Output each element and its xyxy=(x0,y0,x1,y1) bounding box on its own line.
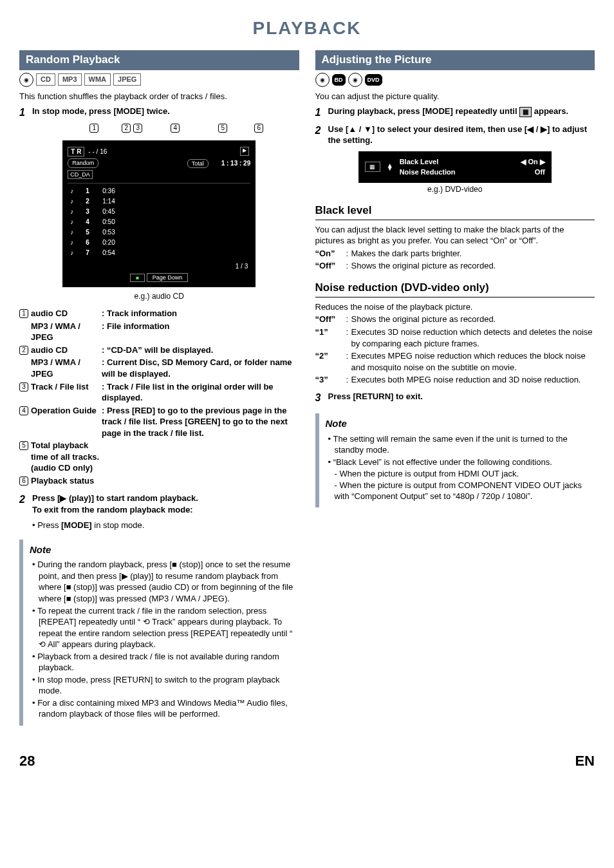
nr-def-row: “Off”:Shows the original picture as reco… xyxy=(315,314,595,325)
left-column: Random Playback ◉ CD MP3 WMA JPEG This f… xyxy=(19,50,299,726)
nr-head: Noise reduction (DVD-video only) xyxy=(315,281,595,296)
callout-6: 6 xyxy=(254,124,263,133)
osd2-nr-label: Noise Reduction xyxy=(400,167,456,177)
callout-row: 1 2 3 4 5 6 xyxy=(62,124,256,134)
step-number-2: 2 xyxy=(19,493,28,507)
bl-on-val: Makes the dark parts brighter. xyxy=(351,248,595,259)
disc-icon: ◉ xyxy=(19,73,33,87)
note-subitem: - When the picture is output from HDMI O… xyxy=(335,468,590,480)
callout-2: 2 xyxy=(122,124,131,133)
osd-pager: 1 / 3 xyxy=(68,262,248,271)
note-item: In stop mode, press [RETURN] to switch t… xyxy=(30,674,294,697)
picture-mode-icon: ▦ xyxy=(519,107,532,117)
disc-icon: ◉ xyxy=(348,73,362,87)
osd-track-row: ♪21:14 xyxy=(68,196,250,207)
osd-track-list: ♪10:36♪21:14♪30:45♪40:50♪50:53♪60:20♪70:… xyxy=(68,183,250,258)
legend-row: 6Playback status xyxy=(19,475,299,487)
note-title-right: Note xyxy=(326,417,590,430)
format-bd: BD xyxy=(332,74,346,86)
callout-3: 3 xyxy=(133,124,142,133)
osd-random: Random xyxy=(68,158,98,167)
bl-off-val: Shows the original picture as recorded. xyxy=(351,260,595,272)
osd2-bl-val: ◀ On ▶ xyxy=(521,157,544,167)
format-wma: WMA xyxy=(84,73,111,86)
step-3r-text: Press [RETURN] to exit. xyxy=(328,391,595,402)
nr-def-row: “1”:Executes 3D noise reduction which de… xyxy=(315,326,595,349)
osd-track-row: ♪70:54 xyxy=(68,248,250,258)
note-item: To repeat the current track / file in th… xyxy=(30,605,294,650)
note-item: Playback from a desired track / file is … xyxy=(30,651,294,674)
osd-caption: e.g.) audio CD xyxy=(19,291,299,301)
osd-cdda: CD_DA xyxy=(68,170,93,179)
disc-icon: ◉ xyxy=(315,73,330,87)
osd-total-value: 1 : 13 : 29 xyxy=(221,159,251,168)
note-title-left: Note xyxy=(30,543,294,556)
note-item: The setting will remain the same even if… xyxy=(326,433,590,456)
callout-5: 5 xyxy=(218,124,227,133)
right-column: Adjusting the Picture ◉ BD ◉ DVD You can… xyxy=(315,50,595,726)
legend-row: MP3 / WMA / JPEGCurrent Disc, SD Memory … xyxy=(19,357,299,379)
section-header-picture: Adjusting the Picture xyxy=(315,50,595,70)
osd-pagedown: ■ Page Down xyxy=(68,273,250,282)
osd-track-row: ♪30:45 xyxy=(68,207,250,217)
updown-icon: ▲▼ xyxy=(387,164,393,170)
format-jpeg: JPEG xyxy=(113,73,141,86)
osd-total-label: Total xyxy=(187,159,209,168)
step-number-1: 1 xyxy=(19,106,28,120)
osd-track-row: ♪50:53 xyxy=(68,227,250,238)
section-header-random: Random Playback xyxy=(19,50,299,70)
format-row-left: ◉ CD MP3 WMA JPEG xyxy=(19,73,299,87)
format-cd: CD xyxy=(36,73,55,86)
step-number-1r: 1 xyxy=(315,106,324,120)
legend-block: 1audio CDTrack informationMP3 / WMA / JP… xyxy=(19,308,299,486)
step-2-text: Press [▶ (play)] to start random playbac… xyxy=(32,493,299,515)
note-item: “Black Level” is not effective under the… xyxy=(326,457,590,468)
step-2-sub: • Press [MODE] in stop mode. xyxy=(32,520,299,531)
note-subitem: - When the picture is output from COMPON… xyxy=(335,480,590,502)
page-lang: EN xyxy=(575,751,595,771)
osd2-bl-label: Black Level xyxy=(400,157,439,167)
step-1-text: In stop mode, press [MODE] twice. xyxy=(32,106,299,117)
osd-track-row: ♪40:50 xyxy=(68,217,250,227)
step-number-3r: 3 xyxy=(315,391,324,405)
callout-1: 1 xyxy=(89,124,98,133)
legend-row: 5Total playback time of all tracks. (aud… xyxy=(19,440,299,474)
format-dvd: DVD xyxy=(365,74,382,86)
note-item: During the random playback, press [■ (st… xyxy=(30,559,294,604)
legend-row: 2audio CD“CD-DA” will be displayed. xyxy=(19,344,299,356)
nr-body: Reduces the noise of the playback pictur… xyxy=(315,301,595,313)
black-level-head: Black level xyxy=(315,203,595,218)
callout-4: 4 xyxy=(171,124,180,133)
osd-tr-label: T R xyxy=(68,147,84,157)
bl-off-key: “Off” xyxy=(315,260,346,272)
page-title: PLAYBACK xyxy=(19,16,595,41)
format-mp3: MP3 xyxy=(58,73,82,86)
legend-row: 1audio CDTrack information xyxy=(19,308,299,319)
legend-row: 4Operation GuidePress [RED] to go to the… xyxy=(19,405,299,439)
step-number-2r: 2 xyxy=(315,124,324,138)
osd-tr-value: - - / 16 xyxy=(88,147,107,156)
nr-def-row: “3”:Executes both MPEG noise reduction a… xyxy=(315,374,595,386)
osd2-nr-val: Off xyxy=(535,167,545,177)
osd2-screenshot: ▦ ▲▼ Black Level◀ On ▶ Noise ReductionOf… xyxy=(358,151,552,183)
format-row-right: ◉ BD ◉ DVD xyxy=(315,73,595,87)
page-footer: 28 EN xyxy=(19,751,595,771)
step-2r-text: Use [▲ / ▼] to select your desired item,… xyxy=(328,124,595,146)
bl-on-key: “On” xyxy=(315,248,346,259)
osd2-icon: ▦ xyxy=(365,162,380,172)
black-level-body: You can adjust the black level setting t… xyxy=(315,224,595,247)
play-status-icon: ▶ xyxy=(240,147,249,156)
intro-text: This function shuffles the playback orde… xyxy=(19,91,299,102)
note-box-left: Note During the random playback, press [… xyxy=(19,540,299,726)
intro-right: You can adjust the picture quality. xyxy=(315,91,595,102)
osd-track-row: ♪60:20 xyxy=(68,238,250,248)
note-item: For a disc containing mixed MP3 and Wind… xyxy=(30,697,294,720)
legend-row: MP3 / WMA / JPEGFile information xyxy=(19,321,299,343)
page-number: 28 xyxy=(19,751,35,771)
osd-screenshot: ▶ T R - - / 16 Random Total 1 : 13 : 29 … xyxy=(62,140,256,287)
osd2-caption: e.g.) DVD-video xyxy=(315,184,595,194)
note-box-right: Note The setting will remain the same ev… xyxy=(315,413,595,507)
nr-def-row: “2”:Executes MPEG noise reduction which … xyxy=(315,350,595,373)
step-1r-text: During playback, press [MODE] repeatedly… xyxy=(328,106,595,117)
legend-row: 3Track / File listTrack / File list in t… xyxy=(19,381,299,404)
